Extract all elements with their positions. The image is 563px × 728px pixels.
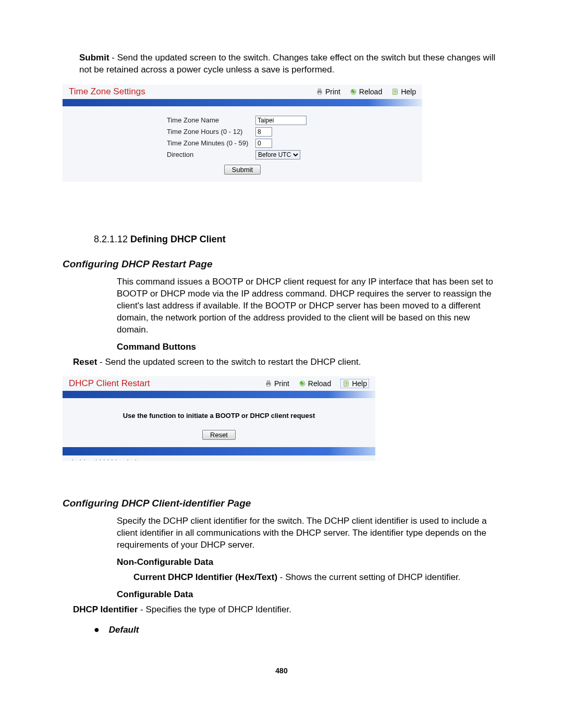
form-row-tzmin: Time Zone Minutes (0 - 59) bbox=[167, 139, 422, 148]
panel-divider bbox=[63, 99, 422, 106]
help-button[interactable]: ? Help bbox=[340, 379, 369, 388]
identifier-heading: Configuring DHCP Client-identifier Page bbox=[63, 498, 500, 509]
dhcp-id-line: DHCP Identifier - Specifies the type of … bbox=[73, 604, 500, 616]
reset-button[interactable]: Reset bbox=[202, 430, 236, 440]
reload-button[interactable]: Reload bbox=[299, 379, 331, 388]
help-label: Help bbox=[352, 379, 367, 388]
page-number: 480 bbox=[63, 667, 500, 675]
current-id-text: - Shows the current setting of DHCP iden… bbox=[277, 572, 460, 582]
tz-minutes-label: Time Zone Minutes (0 - 59) bbox=[167, 139, 255, 147]
direction-label: Direction bbox=[167, 151, 255, 158]
header-actions: Print Reload ? Help bbox=[316, 88, 416, 96]
noncfg-heading: Non-Configurable Data bbox=[117, 557, 213, 567]
restart-note: Use the function to initiate a BOOTP or … bbox=[63, 405, 375, 422]
panel-title: DHCP Client Restart bbox=[69, 378, 150, 389]
header-actions: Print Reload ? Help bbox=[265, 379, 369, 388]
help-icon: ? bbox=[391, 88, 399, 95]
panel-header: Time Zone Settings Print Reload ? bbox=[63, 84, 422, 99]
form-row-tzname: Time Zone Name bbox=[167, 116, 422, 125]
panel-header: DHCP Client Restart Print Reload ? bbox=[63, 376, 375, 391]
tz-name-label: Time Zone Name bbox=[167, 116, 255, 124]
svg-text:?: ? bbox=[394, 90, 397, 94]
panel-footer-bar bbox=[63, 447, 375, 455]
tz-minutes-input[interactable] bbox=[255, 139, 272, 148]
reload-label: Reload bbox=[308, 379, 331, 388]
form-row-tzhours: Time Zone Hours (0 - 12) bbox=[167, 127, 422, 137]
reload-icon bbox=[350, 88, 357, 95]
tz-name-input[interactable] bbox=[255, 116, 307, 125]
svg-text:?: ? bbox=[345, 381, 348, 386]
restart-paragraph: This command issues a BOOTP or DHCP clie… bbox=[117, 276, 500, 336]
restart-heading: Configuring DHCP Restart Page bbox=[63, 258, 500, 270]
print-icon bbox=[316, 88, 323, 95]
reset-text: - Send the updated screen to the switch … bbox=[97, 357, 361, 367]
reset-row: Reset bbox=[63, 430, 375, 440]
print-button[interactable]: Print bbox=[316, 88, 340, 96]
current-id-line: Current DHCP Identifier (Hex/Text) - Sho… bbox=[133, 572, 500, 584]
print-label: Print bbox=[274, 379, 289, 388]
help-icon: ? bbox=[342, 380, 350, 387]
reset-label: Reset bbox=[73, 357, 97, 367]
form-row-direction: Direction Before UTC bbox=[167, 150, 422, 159]
print-icon bbox=[265, 380, 272, 387]
tz-hours-label: Time Zone Hours (0 - 12) bbox=[167, 128, 255, 135]
dhcp-id-text: - Specifies the type of DHCP Identifier. bbox=[138, 604, 291, 614]
cfg-heading: Configurable Data bbox=[117, 589, 193, 599]
command-buttons-heading: Command Buttons bbox=[117, 342, 196, 352]
reload-button[interactable]: Reload bbox=[350, 88, 382, 96]
submit-description: Submit - Send the updated screen to the … bbox=[79, 52, 500, 76]
panel-title: Time Zone Settings bbox=[69, 87, 145, 97]
submit-row: Submit bbox=[63, 165, 422, 175]
dhcp-restart-panel: DHCP Client Restart Print Reload ? bbox=[63, 376, 375, 461]
bullet-icon: ● bbox=[94, 624, 106, 635]
section-heading: 8.2.1.12 Defining DHCP Client bbox=[94, 234, 500, 245]
svg-rect-7 bbox=[267, 381, 270, 383]
timezone-panel: Time Zone Settings Print Reload ? bbox=[63, 84, 422, 182]
reset-description: Reset - Send the updated screen to the s… bbox=[73, 356, 500, 368]
tz-hours-input[interactable] bbox=[255, 127, 272, 137]
svg-rect-2 bbox=[318, 93, 321, 95]
submit-button[interactable]: Submit bbox=[224, 165, 261, 175]
print-button[interactable]: Print bbox=[265, 379, 289, 388]
current-id-label: Current DHCP Identifier (Hex/Text) bbox=[133, 572, 277, 582]
reload-label: Reload bbox=[359, 88, 382, 96]
svg-rect-8 bbox=[267, 385, 270, 387]
tiny-caption: . . . . . . . . . . . bbox=[72, 455, 375, 461]
identifier-paragraph: Specify the DCHP client identifier for t… bbox=[117, 515, 500, 551]
submit-text: - Send the updated screen to the switch.… bbox=[79, 53, 495, 75]
bullet-default: ● Default bbox=[94, 624, 500, 635]
document-page: Submit - Send the updated screen to the … bbox=[0, 0, 563, 696]
section-title: Defining DHCP Client bbox=[130, 234, 226, 244]
help-button[interactable]: ? Help bbox=[391, 88, 416, 96]
print-label: Print bbox=[325, 88, 340, 96]
panel-body: Use the function to initiate a BOOTP or … bbox=[63, 398, 375, 447]
submit-label: Submit bbox=[79, 53, 109, 63]
panel-body: Time Zone Name Time Zone Hours (0 - 12) … bbox=[63, 106, 422, 182]
help-label: Help bbox=[401, 88, 416, 96]
svg-rect-1 bbox=[318, 89, 321, 91]
section-number: 8.2.1.12 bbox=[94, 234, 130, 244]
dhcp-id-label: DHCP Identifier bbox=[73, 604, 138, 614]
bullet-default-label: Default bbox=[109, 625, 139, 635]
direction-select[interactable]: Before UTC bbox=[255, 150, 300, 159]
panel-divider bbox=[63, 391, 375, 398]
reload-icon bbox=[299, 380, 306, 387]
